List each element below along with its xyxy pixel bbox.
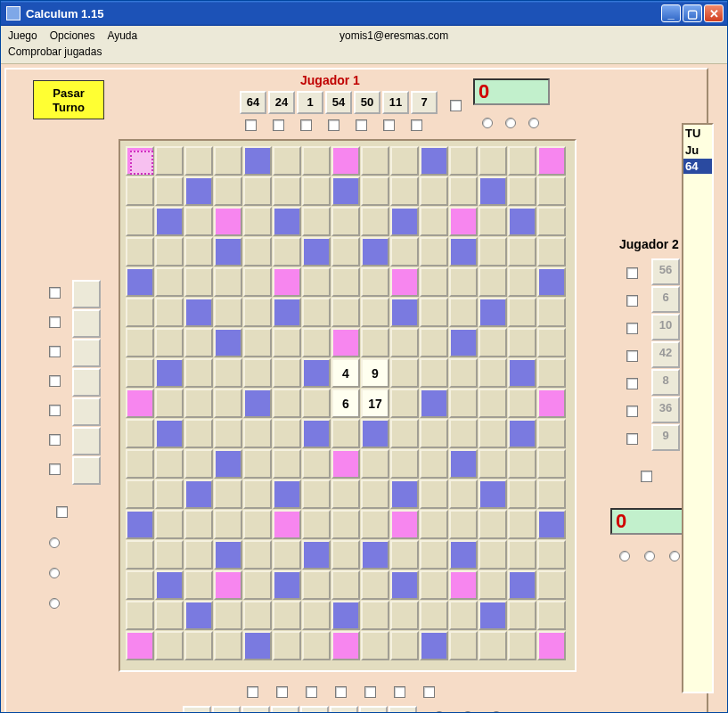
left-radio-1[interactable] bbox=[49, 537, 60, 548]
p2-tile-check-3[interactable] bbox=[626, 350, 638, 362]
board-cell-1-3[interactable] bbox=[214, 176, 242, 206]
board-cell-3-5[interactable] bbox=[273, 237, 301, 266]
board-cell-8-8[interactable]: 17 bbox=[361, 389, 389, 418]
board-cell-7-5[interactable] bbox=[273, 358, 301, 388]
board-cell-15-11[interactable] bbox=[449, 601, 478, 630]
board-cell-2-3[interactable] bbox=[214, 207, 242, 236]
menu-game[interactable]: Juego bbox=[8, 29, 37, 42]
p1-tile-check-6[interactable] bbox=[411, 119, 422, 131]
left-tile-check-5[interactable] bbox=[49, 434, 61, 446]
board-cell-1-1[interactable] bbox=[155, 176, 184, 206]
p1-radio-3[interactable] bbox=[528, 118, 539, 128]
board-cell-6-6[interactable] bbox=[302, 328, 331, 357]
board-cell-9-13[interactable] bbox=[508, 419, 536, 448]
bottom-tile-check-5[interactable] bbox=[394, 686, 405, 698]
p1-tile-0[interactable]: 64 bbox=[240, 91, 266, 114]
board-cell-6-1[interactable] bbox=[155, 328, 184, 357]
bottom-tile-check-1[interactable] bbox=[276, 686, 288, 698]
board-cell-0-11[interactable] bbox=[449, 146, 478, 176]
bottom-tile-3[interactable] bbox=[271, 706, 299, 712]
board-cell-8-1[interactable] bbox=[155, 389, 184, 418]
board-cell-8-10[interactable] bbox=[420, 389, 448, 418]
bottom-tile-check-0[interactable] bbox=[247, 686, 258, 698]
board-cell-15-9[interactable] bbox=[390, 601, 419, 630]
board-cell-11-1[interactable] bbox=[155, 479, 184, 509]
board-cell-14-3[interactable] bbox=[214, 570, 242, 600]
board-cell-11-10[interactable] bbox=[420, 479, 448, 509]
board-cell-3-0[interactable] bbox=[126, 237, 154, 266]
board-cell-14-2[interactable] bbox=[184, 570, 213, 600]
minimize-button[interactable]: _ bbox=[661, 4, 681, 22]
board-cell-12-6[interactable] bbox=[302, 510, 331, 539]
board-cell-2-6[interactable] bbox=[302, 207, 331, 236]
menu-options[interactable]: Opciones bbox=[50, 29, 95, 42]
board-cell-14-5[interactable] bbox=[273, 570, 301, 600]
board-cell-7-2[interactable] bbox=[184, 358, 213, 388]
board-cell-12-12[interactable] bbox=[479, 510, 507, 539]
board-cell-10-14[interactable] bbox=[537, 449, 566, 479]
board-cell-1-12[interactable] bbox=[479, 176, 507, 206]
p1-radio-2[interactable] bbox=[505, 118, 516, 128]
left-tile-check-4[interactable] bbox=[49, 405, 61, 416]
board-cell-1-5[interactable] bbox=[273, 176, 301, 206]
board-cell-12-14[interactable] bbox=[537, 510, 566, 539]
board-cell-2-9[interactable] bbox=[390, 207, 419, 236]
board-cell-15-3[interactable] bbox=[214, 601, 242, 630]
board-cell-7-14[interactable] bbox=[537, 358, 566, 388]
board-cell-12-8[interactable] bbox=[361, 510, 389, 539]
board-cell-3-4[interactable] bbox=[243, 237, 272, 266]
board-cell-9-7[interactable] bbox=[331, 419, 360, 448]
p1-tile-5[interactable]: 11 bbox=[382, 91, 409, 114]
board-cell-0-6[interactable] bbox=[302, 146, 331, 176]
bottom-radio-2[interactable] bbox=[462, 711, 473, 712]
board-cell-1-11[interactable] bbox=[449, 176, 478, 206]
board-cell-16-14[interactable] bbox=[537, 631, 566, 660]
board-cell-11-7[interactable] bbox=[331, 479, 360, 509]
board-cell-3-8[interactable] bbox=[361, 237, 389, 266]
bottom-tile-6[interactable] bbox=[359, 706, 388, 712]
p2-radio-1[interactable] bbox=[619, 551, 630, 561]
board-cell-2-4[interactable] bbox=[243, 207, 272, 236]
board-cell-4-14[interactable] bbox=[537, 267, 566, 297]
board-cell-0-12[interactable] bbox=[479, 146, 507, 176]
board-cell-0-4[interactable] bbox=[243, 146, 272, 176]
board-cell-7-8[interactable]: 9 bbox=[361, 358, 389, 388]
p1-tile-check-4[interactable] bbox=[356, 119, 367, 131]
p2-tile-check-2[interactable] bbox=[626, 323, 638, 334]
board-cell-7-3[interactable] bbox=[214, 358, 242, 388]
left-tile-2[interactable] bbox=[72, 339, 101, 367]
bottom-tile-check-3[interactable] bbox=[335, 686, 347, 698]
board-cell-16-0[interactable] bbox=[126, 631, 154, 660]
board-cell-8-0[interactable] bbox=[126, 389, 154, 418]
board-cell-4-6[interactable] bbox=[302, 267, 331, 297]
board-cell-7-12[interactable] bbox=[479, 358, 507, 388]
board-cell-12-13[interactable] bbox=[508, 510, 536, 539]
board-cell-0-14[interactable] bbox=[537, 146, 566, 176]
left-tile-check-2[interactable] bbox=[49, 346, 61, 357]
board-cell-9-10[interactable] bbox=[420, 419, 448, 448]
board-cell-13-3[interactable] bbox=[214, 540, 242, 570]
board-cell-11-13[interactable] bbox=[508, 479, 536, 509]
board-cell-3-2[interactable] bbox=[184, 237, 213, 266]
board-cell-0-2[interactable] bbox=[184, 146, 213, 176]
board-cell-13-13[interactable] bbox=[508, 540, 536, 570]
board-cell-3-3[interactable] bbox=[214, 237, 242, 266]
board-cell-16-1[interactable] bbox=[155, 631, 184, 660]
p2-tile-check-1[interactable] bbox=[626, 295, 638, 307]
board-cell-1-6[interactable] bbox=[302, 176, 331, 206]
board-cell-7-10[interactable] bbox=[420, 358, 448, 388]
board-cell-4-10[interactable] bbox=[420, 267, 448, 297]
board-cell-12-10[interactable] bbox=[420, 510, 448, 539]
board-cell-0-5[interactable] bbox=[273, 146, 301, 176]
board-cell-10-13[interactable] bbox=[508, 449, 536, 479]
board-cell-4-12[interactable] bbox=[479, 267, 507, 297]
board-cell-4-11[interactable] bbox=[449, 267, 478, 297]
board-cell-5-9[interactable] bbox=[390, 298, 419, 327]
board-cell-2-2[interactable] bbox=[184, 207, 213, 236]
board-cell-6-12[interactable] bbox=[479, 328, 507, 357]
board-cell-5-13[interactable] bbox=[508, 298, 536, 327]
board-cell-12-9[interactable] bbox=[390, 510, 419, 539]
board-cell-6-10[interactable] bbox=[420, 328, 448, 357]
pass-turn-button[interactable]: Pasar Turno bbox=[33, 80, 104, 119]
board-cell-13-11[interactable] bbox=[449, 540, 478, 570]
